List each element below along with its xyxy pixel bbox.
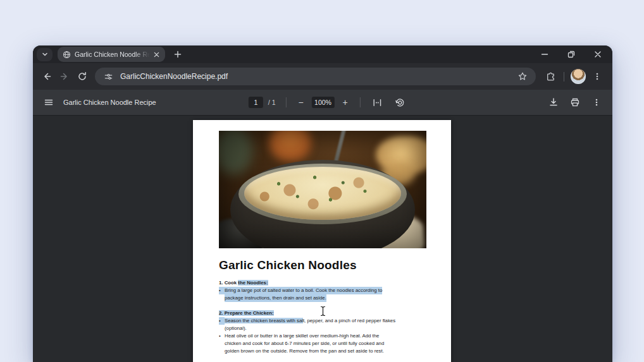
pdf-toolbar: Garlic Chicken Noodle Recipe 1 / 1 − 100… <box>33 90 612 116</box>
bullet-indent <box>219 340 225 347</box>
bookmark-star-icon[interactable] <box>516 69 529 83</box>
bullet-marker: • <box>219 332 225 340</box>
hamburger-menu-icon <box>44 97 54 107</box>
browser-toolbar: GarlicChickenNoodleRecipe.pdf <box>33 63 612 90</box>
step1-heading: 1. Cook the Noodles: <box>219 279 434 287</box>
step2-bullet2-line3: golden brown on the outside. Remove from… <box>219 347 434 355</box>
step1-bullet-text-selected: Bring a large pot of salted water to a b… <box>225 287 382 294</box>
step2-bullet1-rest: t, pepper, and a pinch of red pepper fla… <box>303 318 395 323</box>
active-tab[interactable]: Garlic Chicken Noodle Recipe <box>58 47 165 62</box>
restore-icon <box>567 51 575 58</box>
minimize-icon <box>541 51 548 58</box>
fit-to-width-button[interactable] <box>368 93 387 112</box>
plus-icon <box>174 51 182 58</box>
page-number-input[interactable]: 1 <box>249 97 263 108</box>
pdf-document-title: Garlic Chicken Noodle Recipe <box>63 99 156 106</box>
forward-arrow-icon <box>59 71 70 81</box>
pdfbar-separator <box>286 97 287 107</box>
zoom-level-button[interactable]: 100% <box>312 97 335 108</box>
step2-heading-selected: 2. Prepare the Chicken: <box>219 310 274 316</box>
profile-avatar[interactable] <box>571 69 586 84</box>
zoom-out-button[interactable]: − <box>294 97 308 107</box>
pdf-menu-button[interactable] <box>39 93 58 112</box>
reload-button[interactable] <box>73 68 91 85</box>
step1-bullet-line1: • Bring a large pot of salted water to a… <box>219 287 434 294</box>
step1-bullet-text2-selected: package instructions, then drain and set… <box>225 294 326 302</box>
browser-menu-button[interactable] <box>588 68 606 85</box>
url-text: GarlicChickenNoodleRecipe.pdf <box>120 72 516 81</box>
bullet-marker: • <box>219 317 225 325</box>
fit-width-icon <box>372 97 383 108</box>
page-total-label: / 1 <box>268 99 276 106</box>
close-window-button[interactable] <box>591 47 605 61</box>
zoom-in-button[interactable]: + <box>338 97 352 107</box>
bullet-indent <box>219 347 225 355</box>
step2-bullet1-line2: (optional). <box>219 325 434 332</box>
step2-bullet1-text2: (optional). <box>225 325 247 332</box>
bullet-indent <box>219 294 225 302</box>
pdf-page: Garlic Chicken Noodles 1. Cook the Noodl… <box>193 120 451 362</box>
recipe-photo <box>219 131 426 248</box>
print-button[interactable] <box>566 93 585 112</box>
pdf-more-button[interactable] <box>587 93 606 112</box>
site-settings-tune-icon[interactable] <box>101 69 115 83</box>
rotate-button[interactable] <box>391 93 410 112</box>
address-bar[interactable]: GarlicChickenNoodleRecipe.pdf <box>95 68 536 85</box>
step1-heading-selected: the Noodles: <box>238 280 268 286</box>
step2-bullet2-text2: chicken and cook for about 6-7 minutes p… <box>225 340 384 347</box>
back-arrow-icon <box>42 71 52 81</box>
back-button[interactable] <box>38 68 56 85</box>
vertical-dots-icon <box>593 72 602 81</box>
step2-bullet1-line1: • Season the chicken breasts with salt, … <box>219 317 434 325</box>
minimize-button[interactable] <box>538 47 552 61</box>
text-cursor-icon <box>319 306 326 317</box>
recipe-title: Garlic Chicken Noodles <box>219 258 357 272</box>
bullet-indent <box>219 325 225 332</box>
extensions-button[interactable] <box>542 68 560 85</box>
step2-bullet2-line1: • Heat olive oil or butter in a large sk… <box>219 332 434 340</box>
recipe-body: 1. Cook the Noodles: • Bring a large pot… <box>219 279 434 355</box>
chevron-down-icon <box>41 51 49 58</box>
download-icon <box>548 97 559 107</box>
pdf-viewer-area: Garlic Chicken Noodles 1. Cook the Noodl… <box>33 116 612 362</box>
close-icon <box>594 51 602 58</box>
section-gap <box>219 302 434 310</box>
step2-bullet2-text3: golden brown on the outside. Remove from… <box>225 347 384 355</box>
tab-strip: Garlic Chicken Noodle Recipe <box>33 45 612 63</box>
restore-button[interactable] <box>564 47 578 61</box>
puzzle-extensions-icon <box>546 71 556 81</box>
tab-close-icon[interactable] <box>151 49 161 59</box>
window-controls <box>538 45 605 63</box>
forward-button[interactable] <box>56 68 73 85</box>
step2-bullet2-text1: Heat olive oil or butter in a large skil… <box>225 332 379 340</box>
vertical-dots-icon <box>592 98 601 107</box>
step2-bullet1-selected: Season the chicken breasts with sal <box>225 318 303 323</box>
bullet-marker: • <box>219 287 225 294</box>
print-icon <box>570 97 580 107</box>
tab-title: Garlic Chicken Noodle Recipe <box>75 51 151 58</box>
browser-window: Garlic Chicken Noodle Recipe <box>33 45 612 362</box>
globe-favicon-icon <box>63 51 71 59</box>
toolbar-separator <box>564 72 564 81</box>
step2-heading: 2. Prepare the Chicken: <box>219 310 434 317</box>
photo-vignette <box>219 131 426 248</box>
pdfbar-separator-2 <box>360 97 361 107</box>
reload-icon <box>77 71 87 81</box>
step1-number: 1. Cook <box>219 280 238 286</box>
tab-search-button[interactable] <box>37 48 53 61</box>
step1-bullet-line2: package instructions, then drain and set… <box>219 294 434 302</box>
download-button[interactable] <box>544 93 563 112</box>
rotate-counterclockwise-icon <box>395 97 406 108</box>
new-tab-button[interactable] <box>170 47 185 62</box>
step2-bullet2-line2: chicken and cook for about 6-7 minutes p… <box>219 340 434 347</box>
